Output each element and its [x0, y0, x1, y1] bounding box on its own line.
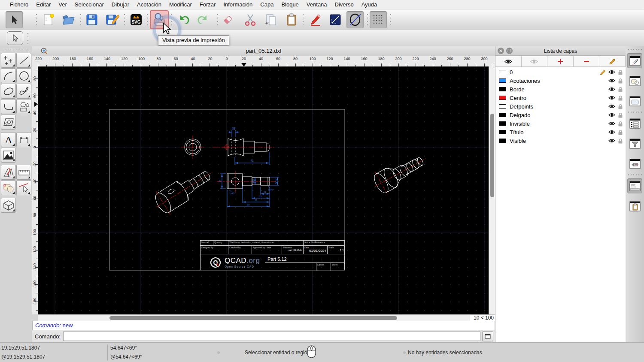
modify-tools-button[interactable]: [1, 165, 16, 180]
line-tool-button[interactable]: [327, 11, 344, 28]
undo-button[interactable]: [175, 11, 192, 28]
shapes-tool-button[interactable]: [16, 99, 31, 114]
v-scroll-thumb[interactable]: [490, 114, 494, 197]
property-editor-toggle-button[interactable]: [627, 116, 642, 131]
command-input[interactable]: [63, 332, 480, 341]
redo-button[interactable]: [195, 11, 212, 28]
select-arrow-button[interactable]: [6, 11, 23, 28]
layer-row-centro[interactable]: Centro: [495, 94, 626, 102]
h-scroll-thumb[interactable]: [109, 316, 397, 320]
document-tab-title[interactable]: part_05.12.dxf: [32, 46, 495, 56]
eye-icon[interactable]: [608, 87, 615, 92]
menu-información[interactable]: Información: [219, 0, 256, 9]
draw-pencil-button[interactable]: [307, 11, 324, 28]
paste-button[interactable]: [283, 11, 300, 28]
horizontal-scrollbar[interactable]: [38, 314, 470, 321]
layer-row-borde[interactable]: Borde: [495, 85, 626, 94]
eye-icon[interactable]: [608, 112, 615, 118]
library-browser-toggle-button[interactable]: [627, 94, 642, 109]
menu-acotación[interactable]: Acotación: [133, 0, 165, 9]
layer-row-acotaciones[interactable]: Acotaciones: [495, 76, 626, 85]
menu-forzar[interactable]: Forzar: [196, 0, 220, 9]
spline-tool-button[interactable]: [16, 84, 31, 99]
menu-dibujar[interactable]: Dibujar: [108, 0, 133, 9]
hide-all-layers-button[interactable]: [522, 56, 548, 67]
float-panel-icon[interactable]: ❐: [506, 48, 513, 54]
selection-filter-toggle-button[interactable]: [627, 136, 642, 151]
lock-icon[interactable]: [618, 95, 623, 101]
polyline-tool-button[interactable]: [1, 99, 16, 114]
clipboard-panel-button[interactable]: [627, 199, 642, 214]
eye-icon[interactable]: [608, 130, 615, 135]
add-layer-button[interactable]: [547, 56, 574, 67]
eye-icon[interactable]: [608, 95, 615, 100]
eye-icon[interactable]: [608, 138, 615, 143]
command-line-toggle-button[interactable]: [627, 178, 642, 193]
open-file-button[interactable]: [60, 11, 77, 28]
close-panel-icon[interactable]: ✕: [498, 48, 504, 54]
text-tool-button[interactable]: A: [1, 132, 16, 147]
line-tool-palette-button[interactable]: [16, 53, 31, 68]
modify-entity-button[interactable]: [16, 180, 31, 195]
svg-export-button[interactable]: SVG: [128, 11, 145, 28]
show-all-layers-button[interactable]: [495, 56, 522, 67]
solid-3d-tool-button[interactable]: [1, 198, 16, 213]
menu-editar[interactable]: Editar: [32, 0, 55, 9]
menu-ver[interactable]: Ver: [55, 0, 71, 9]
eraser-button[interactable]: [219, 11, 237, 28]
arc-tool-button[interactable]: [1, 68, 16, 83]
edit-pencil-icon[interactable]: [600, 69, 606, 75]
menu-seleccionar[interactable]: Seleccionar: [71, 0, 108, 9]
layer-row-0[interactable]: 0: [495, 68, 626, 76]
command-options-button[interactable]: [482, 331, 493, 341]
vertical-scrollbar[interactable]: [489, 66, 495, 314]
block-tools-button[interactable]: [1, 180, 16, 195]
lock-icon[interactable]: [618, 130, 623, 135]
menu-modificar[interactable]: Modificar: [165, 0, 196, 9]
lock-icon[interactable]: [618, 104, 623, 109]
copy-button[interactable]: +: [262, 11, 279, 28]
menu-capa[interactable]: Capa: [256, 0, 277, 9]
menu-ventana[interactable]: Ventana: [303, 0, 331, 9]
layer-list-toggle-button[interactable]: [627, 53, 642, 68]
layer-row-delgado[interactable]: Delgado: [495, 111, 626, 119]
lock-icon[interactable]: [618, 112, 623, 118]
lock-icon[interactable]: [618, 138, 623, 144]
ellipse-palette-button[interactable]: [1, 84, 16, 99]
lock-icon[interactable]: [618, 87, 623, 92]
drawing-canvas[interactable]: Ø8 41: [38, 66, 489, 314]
hatch-tool-button[interactable]: [1, 115, 16, 130]
cut-button[interactable]: +: [242, 11, 259, 28]
menu-bloque[interactable]: Bloque: [277, 0, 302, 9]
save-button[interactable]: [83, 11, 100, 28]
block-list-toggle-button[interactable]: [627, 73, 642, 88]
layer-row-defpoints[interactable]: Defpoints: [495, 102, 626, 111]
eye-icon[interactable]: [608, 121, 615, 126]
view-toggle-button[interactable]: [627, 156, 642, 171]
menu-diverso[interactable]: Diverso: [331, 0, 358, 9]
layer-row-visible[interactable]: Visible: [495, 136, 626, 145]
grid-toggle-button[interactable]: [370, 11, 387, 28]
select-tool-button[interactable]: [7, 31, 23, 45]
save-as-button[interactable]: [104, 11, 121, 28]
edit-layer-button[interactable]: [599, 56, 626, 67]
layer-row-título[interactable]: Título: [495, 128, 626, 136]
menu-fichero[interactable]: Fichero: [6, 0, 32, 9]
ellipse-tool-button[interactable]: [346, 11, 364, 28]
layer-panel-header[interactable]: ✕ ❐ Lista de capas: [495, 46, 626, 56]
remove-layer-button[interactable]: [574, 56, 600, 67]
layer-row-invisible[interactable]: Invisible: [495, 119, 626, 128]
measure-tool-button[interactable]: [16, 165, 31, 180]
eye-icon[interactable]: [608, 69, 615, 75]
palette-drag-handle[interactable]: [3, 48, 28, 50]
menu-ayuda[interactable]: Ayuda: [358, 0, 381, 9]
point-tool-button[interactable]: [1, 53, 16, 68]
circle-tool-button[interactable]: [16, 68, 31, 83]
new-file-button[interactable]: [40, 11, 57, 28]
lock-icon[interactable]: [618, 121, 623, 127]
image-tool-button[interactable]: [1, 148, 16, 163]
dimension-tool-button[interactable]: [16, 132, 31, 147]
eye-icon[interactable]: [608, 78, 615, 83]
lock-icon[interactable]: [618, 69, 623, 75]
eye-icon[interactable]: [608, 104, 615, 109]
